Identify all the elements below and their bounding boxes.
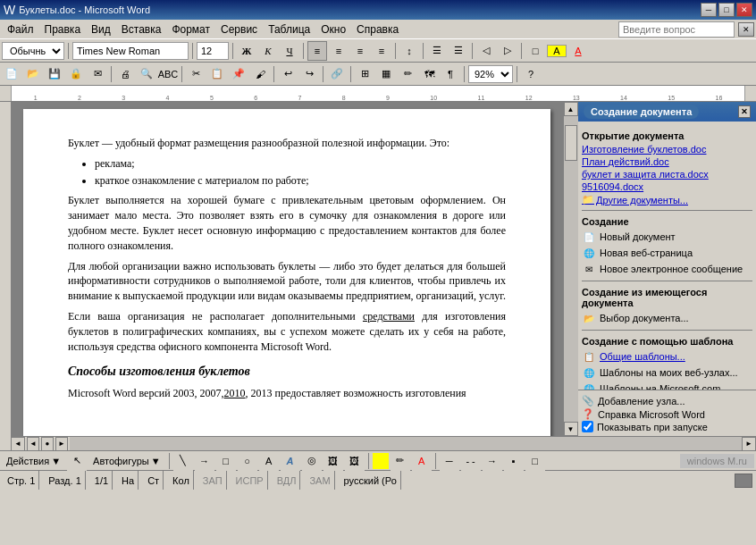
menu-file[interactable]: Файл: [2, 21, 39, 38]
align-center-button[interactable]: ≡: [329, 41, 349, 61]
new-doc-item[interactable]: 📄 Новый документ: [582, 229, 752, 245]
new-webpage-item[interactable]: 🌐 Новая веб-страница: [582, 245, 752, 261]
menu-format[interactable]: Формат: [166, 21, 215, 38]
textbox-button[interactable]: A: [259, 451, 279, 471]
bold-button[interactable]: Ж: [237, 41, 256, 61]
arrow-button[interactable]: →: [195, 451, 214, 471]
dash-style-button[interactable]: - -: [461, 451, 481, 471]
help-item[interactable]: ❓ Справка Microsoft Word: [582, 407, 752, 421]
border-button[interactable]: □: [525, 41, 545, 61]
next-page-button[interactable]: ►: [55, 437, 68, 451]
permissions-button[interactable]: 🔒: [66, 64, 86, 84]
bullets-button[interactable]: ☰: [427, 41, 447, 61]
font-color-button[interactable]: A: [568, 41, 588, 61]
choose-doc-item[interactable]: 📂 Выбор документа...: [582, 310, 752, 326]
align-right-button[interactable]: ≡: [350, 41, 370, 61]
ms-templates-item[interactable]: 🌐 Шаблоны на Microsoft.com: [582, 381, 752, 390]
underline-button[interactable]: Ч: [280, 41, 299, 61]
align-justify-button[interactable]: ≡: [372, 41, 391, 61]
preview-button[interactable]: 🔍: [137, 64, 156, 84]
copy-button[interactable]: 📋: [207, 64, 227, 84]
clipart-button[interactable]: 🖼: [323, 451, 343, 471]
recent-doc-1[interactable]: Изготовление буклетов.doc: [582, 143, 752, 155]
scroll-thumb[interactable]: [565, 125, 577, 161]
autofigures-button[interactable]: Автофигуры ▼: [88, 454, 164, 468]
zoom-select[interactable]: 92%: [468, 65, 513, 83]
menu-view[interactable]: Вид: [86, 21, 116, 38]
email-button[interactable]: ✉: [88, 64, 107, 84]
more-docs-link[interactable]: 📁 Другие документы...: [582, 193, 752, 206]
oval-button[interactable]: ○: [238, 451, 257, 471]
new-email-item[interactable]: ✉ Новое электронное сообщение: [582, 261, 752, 277]
menu-table[interactable]: Таблица: [263, 21, 315, 38]
save-button[interactable]: 💾: [45, 64, 64, 84]
hscroll-right-button[interactable]: ►: [742, 437, 756, 451]
actions-button[interactable]: Действия ▼: [2, 454, 65, 468]
shadow-button[interactable]: ▪: [504, 451, 524, 471]
fill-color-button[interactable]: [373, 453, 389, 469]
menu-window[interactable]: Окно: [315, 21, 351, 38]
table-button[interactable]: ⊞: [355, 64, 374, 84]
cut-button[interactable]: ✂: [186, 64, 206, 84]
search-close-button[interactable]: ✕: [738, 22, 754, 37]
new-button[interactable]: 📄: [2, 64, 21, 84]
3d-button[interactable]: □: [525, 451, 545, 471]
scroll-down-button[interactable]: ▼: [564, 422, 578, 436]
recent-doc-4[interactable]: 9516094.docx: [582, 180, 752, 193]
line-style-button[interactable]: ─: [440, 451, 459, 471]
line-color-button[interactable]: ✏: [391, 451, 410, 471]
redo-button[interactable]: ↪: [299, 64, 319, 84]
line-button[interactable]: ╲: [173, 451, 193, 471]
hscroll-left-button[interactable]: ◄: [11, 437, 25, 451]
paste-button[interactable]: 📌: [229, 64, 248, 84]
increase-indent-button[interactable]: ▷: [498, 41, 517, 61]
rect-button[interactable]: □: [216, 451, 236, 471]
minimize-button[interactable]: ─: [701, 3, 717, 17]
general-templates-item[interactable]: 📋 Общие шаблоны...: [582, 348, 752, 365]
cursor-button[interactable]: ↖: [67, 451, 87, 471]
diagram-button[interactable]: ◎: [302, 451, 322, 471]
menu-help[interactable]: Справка: [351, 21, 404, 38]
font-size-input[interactable]: [197, 42, 229, 60]
hscroll-track[interactable]: [70, 437, 742, 451]
menu-insert[interactable]: Вставка: [116, 21, 167, 38]
close-button[interactable]: ✕: [736, 3, 752, 17]
image-button[interactable]: 🖼: [345, 451, 365, 471]
decrease-indent-button[interactable]: ◁: [476, 41, 496, 61]
open-button[interactable]: 📂: [23, 64, 43, 84]
select-browse-button[interactable]: ●: [41, 437, 54, 451]
recent-doc-3[interactable]: буклет и защита листа.docx: [582, 168, 752, 180]
menu-edit[interactable]: Правка: [39, 21, 87, 38]
show-hide-button[interactable]: ¶: [441, 64, 460, 84]
highlight-button[interactable]: A: [547, 45, 567, 57]
format-painter-button[interactable]: 🖌: [250, 64, 270, 84]
font-color-draw-button[interactable]: A: [412, 451, 432, 471]
style-select[interactable]: Обычный: [2, 42, 64, 60]
align-left-button[interactable]: ≡: [307, 41, 327, 61]
document-map-button[interactable]: 🗺: [419, 64, 439, 84]
spell-button[interactable]: ABC: [158, 64, 178, 84]
line-spacing-button[interactable]: ↕: [399, 41, 419, 61]
add-node-item[interactable]: 📎 Добавление узла...: [582, 394, 752, 407]
arrow-style-button[interactable]: →: [483, 451, 502, 471]
recent-doc-2[interactable]: План действий.doc: [582, 155, 752, 168]
wordart-button[interactable]: A: [281, 451, 300, 471]
maximize-button[interactable]: □: [718, 3, 735, 17]
scroll-up-button[interactable]: ▲: [564, 102, 578, 116]
show-at-startup-item[interactable]: Показывать при запуске: [582, 421, 752, 432]
panel-close-button[interactable]: ✕: [738, 105, 751, 118]
italic-button[interactable]: К: [258, 41, 278, 61]
font-name-input[interactable]: [72, 42, 189, 60]
search-input[interactable]: [618, 21, 735, 38]
menu-tools[interactable]: Сервис: [215, 21, 263, 38]
show-at-startup-checkbox[interactable]: [582, 421, 593, 432]
document-area[interactable]: Буклет — удобный формат размещения разно…: [11, 102, 563, 436]
help-button[interactable]: ?: [521, 64, 541, 84]
web-templates-item[interactable]: 🌐 Шаблоны на моих веб-узлах...: [582, 365, 752, 381]
cols-button[interactable]: ▦: [376, 64, 396, 84]
print-button[interactable]: 🖨: [115, 64, 135, 84]
scroll-track[interactable]: [564, 116, 578, 422]
prev-page-button[interactable]: ◄: [27, 437, 39, 451]
drawing-button[interactable]: ✏: [398, 64, 417, 84]
undo-button[interactable]: ↩: [278, 64, 298, 84]
